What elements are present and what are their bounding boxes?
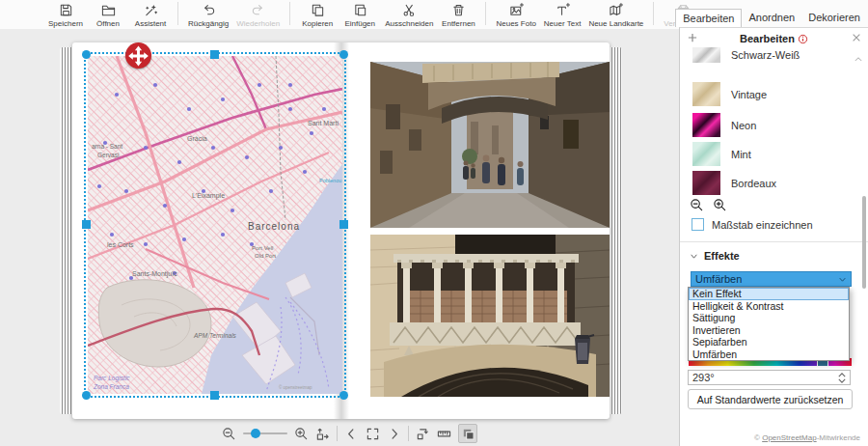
map-label-port-vell: Port Vell [252,245,273,251]
selection-handle-top-right[interactable] [339,50,348,59]
new-map-icon [609,3,623,17]
mode-tabs: Bearbeiten Anordnen Dekorieren [675,9,867,27]
tab-bearbeiten[interactable]: Bearbeiten [675,9,742,27]
zoom-slider[interactable] [243,432,287,434]
toolbar-neues-foto[interactable]: Neues Foto [492,0,539,28]
filter-item-vintage[interactable]: Vintage [692,82,767,106]
effect-option-saettigung[interactable]: Sättigung [689,312,849,324]
toolbar-label: Neues Foto [496,19,535,28]
new-text-icon [556,3,570,17]
map-label-zona-franca: Zona Franca [93,383,129,390]
selection-handle-bottom-right[interactable] [339,391,348,400]
scale-checkbox[interactable] [692,218,704,231]
save-icon [59,3,73,17]
toolbar-entfernen[interactable]: Entfernen [437,0,479,28]
toolbar-oeffnen[interactable]: Öffnen [87,0,129,28]
effect-option-invertieren[interactable]: Invertieren [689,324,849,337]
filter-item-neon[interactable]: Neon [692,113,756,137]
move-handle-badge[interactable] [125,42,151,69]
spinner-arrows[interactable] [838,373,846,383]
osm-credit-link[interactable]: OpenStreetMap [762,433,816,442]
fit-page-icon[interactable] [315,427,330,441]
effects-title: Effekte [704,250,740,262]
scroll-up-arrow[interactable] [854,53,863,65]
map-label-les-corts: les Corts [107,241,134,248]
effect-option-helligkeit[interactable]: Helligkeit & Kontrast [689,300,849,313]
photobook-spread: Gràcia Sant Martí arna - Sant Gervasi L'… [60,42,622,419]
combobox-chevron-icon [838,275,847,284]
filter-item-bordeaux[interactable]: Bordeaux [692,171,776,195]
redo-icon [251,3,265,17]
filter-item-schwarz-weiss[interactable]: Schwarz-Weiß [692,47,800,63]
tab-dekorieren[interactable]: Dekorieren [801,9,867,27]
toolbar-label: Ausschneiden [385,19,433,28]
photo-element-street[interactable] [370,62,610,228]
toolbar-speichern[interactable]: Speichern [44,0,87,28]
ruler-icon[interactable] [437,427,451,441]
toolbar-label: Speichern [48,19,83,28]
bridge-photo-graphic [370,235,610,397]
selection-handle-middle-right[interactable] [339,220,348,229]
map-zoom-in-icon[interactable] [713,198,727,212]
osm-credit-prefix: © [754,433,762,442]
edit-panel: Bearbeiten Schwarz-Weiß Vintage Neon Min… [679,27,868,446]
zoom-out-icon[interactable] [222,427,236,441]
toolbar-label: Wiederholen [236,19,280,28]
map-zoom-out-icon[interactable] [690,198,704,212]
filter-label: Mint [731,149,751,160]
reset-defaults-button[interactable]: Auf Standardwerte zurücksetzen [688,389,853,409]
effects-section-header[interactable]: Effekte [690,250,740,262]
map-element-barcelona[interactable]: Gràcia Sant Martí arna - Sant Gervasi L'… [88,56,342,394]
filter-thumb-neon [692,113,720,137]
photo-element-bridge[interactable] [370,235,610,397]
panel-title: Bearbeiten [680,33,868,44]
effect-dropdown-list: Kein Effekt Helligkeit & Kontrast Sättig… [688,287,850,361]
editor-canvas: Gràcia Sant Martí arna - Sant Gervasi L'… [0,29,679,446]
chevron-down-icon [690,252,698,261]
toolbar-separator [177,2,178,25]
open-pages: Gràcia Sant Martí arna - Sant Gervasi L'… [72,42,610,419]
selection-handle-bottom-middle[interactable] [210,391,219,400]
effect-dropdown[interactable]: Umfärben [691,271,852,287]
panel-divider [680,241,868,242]
previous-page-icon[interactable] [344,427,359,441]
close-icon[interactable] [851,32,862,43]
panel-scrollbar[interactable] [862,196,866,289]
effect-dropdown-value: Umfärben [695,273,742,285]
filter-thumb-bordeaux [692,171,720,195]
filter-item-mint[interactable]: Mint [692,142,751,166]
filter-thumb-vintage [692,82,720,106]
toolbar-separator [337,426,338,441]
selection-handle-top-middle[interactable] [210,50,219,59]
selection-handle-bottom-left[interactable] [82,391,91,400]
toolbar-label: Kopieren [302,19,333,28]
fullscreen-icon[interactable] [366,427,380,441]
filter-label: Neon [731,120,756,131]
zoom-in-icon[interactable] [294,427,309,441]
effect-option-kein-effekt[interactable]: Kein Effekt [689,288,849,300]
toolbar-neuer-text[interactable]: Neuer Text [540,0,585,28]
panel-header: Bearbeiten [680,28,868,47]
toolbar-separator [289,2,290,25]
panel-title-text: Bearbeiten [740,33,795,44]
toolbar-wiederholen[interactable]: Wiederholen [232,0,284,28]
toolbar-rueckgaengig[interactable]: Rückgängig [184,0,232,28]
goto-page-icon[interactable] [416,427,430,441]
effect-option-sepiafarben[interactable]: Sepiafarben [689,336,849,348]
tab-anordnen[interactable]: Anordnen [742,9,801,27]
effect-option-umfaerben[interactable]: Umfärben [689,348,849,361]
next-page-icon[interactable] [387,427,401,441]
spread-view-button[interactable] [458,424,477,443]
hue-value-spinner[interactable]: 293° [688,370,851,385]
toolbar-ausschneiden[interactable]: Ausschneiden [381,0,437,28]
toolbar-einfuegen[interactable]: Einfügen [339,0,381,28]
map-label-gracia: Gràcia [187,135,207,142]
filter-label: Vintage [731,89,767,100]
selection-handle-top-left[interactable] [82,50,91,59]
info-icon[interactable] [798,34,808,44]
zoom-slider-knob[interactable] [251,429,260,438]
selection-handle-middle-left[interactable] [82,220,91,229]
toolbar-kopieren[interactable]: Kopieren [296,0,339,28]
toolbar-neue-landkarte[interactable]: Neue Landkarte [584,0,647,28]
filter-thumb-schwarz-weiss [692,47,720,63]
